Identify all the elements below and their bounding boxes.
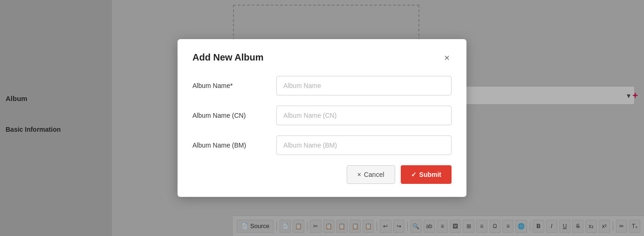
modal-close-button[interactable]: × [442,53,452,62]
cancel-button[interactable]: × Cancel [347,165,395,184]
album-name-input[interactable] [276,76,452,95]
album-name-bm-input[interactable] [276,135,452,155]
submit-icon: ✓ [411,171,417,178]
album-name-bm-label: Album Name (BM) [192,142,276,149]
album-name-bm-row: Album Name (BM) [192,135,452,155]
cancel-label: Cancel [364,171,384,178]
modal-footer: × Cancel ✓ Submit [192,165,452,184]
add-album-modal: Add New Album × Album Name* Album Name (… [178,39,466,197]
modal-overlay: Add New Album × Album Name* Album Name (… [0,0,644,236]
modal-header: Add New Album × [192,52,452,63]
submit-label: Submit [419,171,441,178]
modal-title: Add New Album [192,52,264,63]
album-name-cn-label: Album Name (CN) [192,112,276,119]
album-name-cn-input[interactable] [276,106,452,125]
album-name-row: Album Name* [192,76,452,95]
album-name-label: Album Name* [192,82,276,89]
album-name-cn-row: Album Name (CN) [192,106,452,125]
submit-button[interactable]: ✓ Submit [401,165,452,184]
cancel-icon: × [357,171,361,178]
